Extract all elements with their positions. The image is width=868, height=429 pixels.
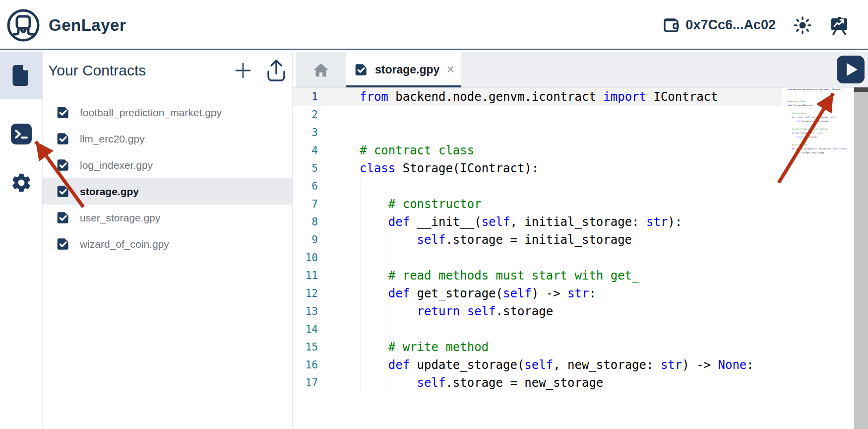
contract-list-item[interactable]: football_prediction_market.gpy bbox=[43, 99, 292, 126]
code-text: # contract class bbox=[360, 142, 474, 159]
code-line[interactable]: 2 bbox=[293, 106, 782, 124]
theme-toggle-button[interactable] bbox=[793, 15, 812, 35]
line-number: 8 bbox=[293, 213, 318, 231]
code-line[interactable]: 17 self.storage = new_storage bbox=[293, 374, 782, 392]
code-text: class Storage(IContract): bbox=[360, 159, 539, 177]
contract-list-item[interactable]: log_indexer.gpy bbox=[43, 152, 292, 178]
file-check-icon bbox=[57, 158, 70, 172]
code-line[interactable]: 14 bbox=[293, 320, 782, 338]
code-line[interactable]: 5class Storage(IContract): bbox=[293, 159, 782, 177]
line-number: 15 bbox=[293, 338, 318, 356]
code-line[interactable]: 11 # read methods must start with get_ bbox=[293, 267, 782, 285]
line-number: 3 bbox=[293, 124, 318, 142]
indent-guide bbox=[389, 249, 389, 267]
minimap-line bbox=[788, 95, 852, 99]
minimap-line bbox=[788, 91, 852, 95]
contract-list-item[interactable]: user_storage.gpy bbox=[43, 205, 292, 231]
minimap-line: class Storage(IContract): bbox=[788, 103, 852, 107]
contract-list-item[interactable]: llm_erc20.gpy bbox=[43, 126, 292, 152]
line-number: 11 bbox=[293, 267, 318, 285]
header-actions: 0x7Cc6...Ac02 bbox=[662, 0, 849, 50]
file-check-icon bbox=[57, 106, 70, 119]
code-text: return self.storage bbox=[360, 302, 553, 320]
minimap-line: from backend.node.genvm.icontract import… bbox=[788, 87, 852, 91]
contract-file-name: storage.gpy bbox=[80, 186, 139, 198]
code-text: return self.storage bbox=[788, 136, 816, 138]
minimap-line bbox=[788, 139, 852, 143]
code-text: def get_storage(self) -> str: bbox=[360, 285, 596, 302]
minimap-line: self.storage = new_storage bbox=[788, 151, 852, 155]
minimap-line: def __init__(self, initial_storage: str)… bbox=[788, 115, 852, 119]
code-line[interactable]: 3 bbox=[293, 124, 782, 142]
code-text: def get_storage(self) -> str: bbox=[788, 132, 823, 134]
code-line[interactable]: 16 def update_storage(self, new_storage:… bbox=[293, 356, 782, 374]
brand-name: GenLayer bbox=[49, 16, 126, 35]
tab-storage-gpy[interactable]: storage.gpy × bbox=[346, 52, 461, 88]
code-text: from backend.node.genvm.icontract import… bbox=[788, 88, 841, 90]
code-editor[interactable]: 1from backend.node.genvm.icontract impor… bbox=[293, 88, 782, 392]
plus-icon bbox=[235, 62, 251, 79]
contracts-panel: Your Contracts bbox=[43, 52, 293, 429]
line-number: 7 bbox=[293, 195, 318, 213]
line-number: 4 bbox=[293, 142, 318, 159]
file-icon bbox=[11, 64, 32, 87]
minimap-line: def get_storage(self) -> str: bbox=[788, 131, 852, 135]
rail-item-settings[interactable] bbox=[0, 159, 42, 206]
minimap-line bbox=[788, 107, 852, 111]
terminal-icon bbox=[10, 123, 33, 145]
metrics-board-button[interactable] bbox=[829, 15, 849, 35]
scrollbar-thumb[interactable] bbox=[854, 87, 868, 92]
line-number: 5 bbox=[293, 159, 318, 177]
code-line[interactable]: 9 self.storage = initial_storage bbox=[293, 231, 782, 249]
contract-file-name: log_indexer.gpy bbox=[80, 159, 153, 171]
editor-minimap[interactable]: from backend.node.genvm.icontract import… bbox=[788, 87, 852, 155]
file-check-icon bbox=[57, 237, 70, 251]
app-header: GenLayer 0x7Cc6...Ac02 bbox=[0, 0, 868, 50]
file-check-icon bbox=[57, 211, 70, 224]
rail-item-contracts[interactable] bbox=[0, 52, 42, 99]
code-text: # write method bbox=[788, 144, 807, 146]
upload-contract-button[interactable] bbox=[266, 59, 286, 82]
indent-guide bbox=[389, 320, 389, 338]
home-icon bbox=[313, 63, 329, 77]
code-text: # contract class bbox=[788, 100, 805, 102]
code-text: self.storage = initial_storage bbox=[788, 120, 828, 122]
contract-list-item[interactable]: wizard_of_coin.gpy bbox=[43, 231, 292, 257]
rail-item-terminal[interactable] bbox=[0, 110, 42, 157]
editor-scrollbar[interactable] bbox=[854, 87, 868, 429]
contract-list-item[interactable]: storage.gpy bbox=[43, 178, 292, 205]
code-text: def update_storage(self, new_storage: st… bbox=[360, 356, 754, 374]
line-number: 2 bbox=[293, 106, 318, 124]
code-text: # constructor bbox=[360, 195, 482, 213]
code-line[interactable]: 15 # write method bbox=[293, 338, 782, 356]
code-text: self.storage = initial_storage bbox=[360, 231, 632, 249]
contracts-list: football_prediction_market.gpy llm_erc20… bbox=[43, 99, 292, 257]
code-line[interactable]: 10 bbox=[293, 249, 782, 267]
brand: GenLayer bbox=[6, 6, 126, 45]
contract-file-name: user_storage.gpy bbox=[80, 212, 160, 224]
contract-file-name: wizard_of_coin.gpy bbox=[80, 238, 169, 250]
code-text: def __init__(self, initial_storage: str)… bbox=[788, 116, 836, 118]
code-line[interactable]: 6 bbox=[293, 177, 782, 195]
run-contract-button[interactable] bbox=[837, 56, 865, 83]
code-text: # read methods must start with get_ bbox=[788, 128, 829, 130]
code-line[interactable]: 7 # constructor bbox=[293, 195, 782, 213]
add-contract-button[interactable] bbox=[235, 62, 251, 79]
chart-board-icon bbox=[829, 15, 849, 35]
code-line[interactable]: 13 return self.storage bbox=[293, 302, 782, 320]
code-line[interactable]: 8 def __init__(self, initial_storage: st… bbox=[293, 213, 782, 231]
code-text: from backend.node.genvm.icontract import… bbox=[360, 88, 718, 106]
file-check-icon bbox=[57, 185, 70, 198]
code-line[interactable]: 1from backend.node.genvm.icontract impor… bbox=[293, 88, 782, 106]
wallet-address-chip[interactable]: 0x7Cc6...Ac02 bbox=[662, 16, 776, 35]
line-number: 14 bbox=[293, 320, 318, 338]
close-tab-icon[interactable]: × bbox=[446, 63, 454, 76]
play-icon bbox=[847, 63, 858, 76]
line-number: 6 bbox=[293, 177, 318, 195]
contracts-title: Your Contracts bbox=[48, 62, 235, 79]
minimap-line: # contract class bbox=[788, 99, 852, 103]
indent-guide bbox=[361, 249, 361, 267]
code-line[interactable]: 12 def get_storage(self) -> str: bbox=[293, 285, 782, 302]
home-tab[interactable] bbox=[296, 52, 346, 88]
code-line[interactable]: 4# contract class bbox=[293, 142, 782, 159]
